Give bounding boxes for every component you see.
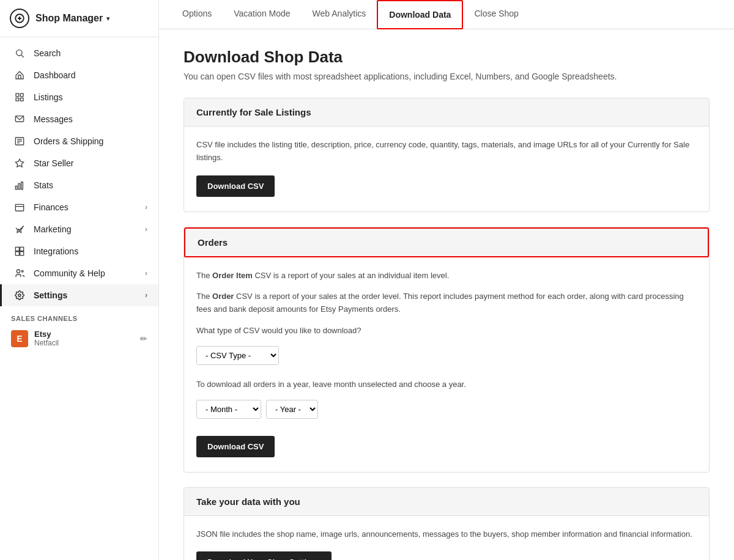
tab-vacation[interactable]: Vacation Mode — [223, 0, 301, 29]
sidebar-item-stats-label: Stats — [34, 180, 147, 190]
page-title: Download Shop Data — [184, 48, 710, 67]
order-item-bold: Order Item — [212, 271, 253, 280]
listings-icon — [13, 92, 26, 102]
svg-point-24 — [18, 294, 21, 297]
tab-bar: Options Vacation Mode Web Analytics Down… — [159, 0, 734, 29]
sidebar-item-search[interactable]: Search — [0, 42, 158, 64]
listings-section-body: CSV file includes the listing title, des… — [184, 127, 709, 212]
sidebar-item-dashboard[interactable]: Dashboard — [0, 64, 158, 86]
svg-rect-3 — [16, 94, 19, 97]
csv-type-select[interactable]: - CSV Type - Order Item CSV Order CSV — [196, 346, 279, 365]
sidebar-item-messages-label: Messages — [34, 114, 147, 124]
svg-point-1 — [17, 50, 22, 56]
sidebar-item-marketing-label: Marketing — [34, 224, 145, 234]
edit-icon[interactable]: ✏ — [140, 334, 147, 344]
orders-line1: The Order Item CSV is a report of your s… — [196, 270, 697, 282]
sidebar-item-orders-label: Orders & Shipping — [34, 136, 147, 146]
svg-rect-20 — [15, 252, 19, 256]
shop-manager-title: Shop Manager — [35, 13, 103, 24]
svg-rect-13 — [15, 186, 17, 189]
tab-close[interactable]: Close Shop — [463, 0, 529, 29]
sidebar-item-integrations[interactable]: Integrations — [0, 240, 158, 262]
orders-icon — [13, 136, 26, 146]
orders-question: What type of CSV would you like to downl… — [196, 325, 697, 337]
finances-arrow-icon: › — [145, 203, 147, 212]
sales-channel-info: Etsy Netfacil — [34, 330, 140, 347]
svg-rect-5 — [16, 98, 19, 101]
search-icon — [13, 48, 26, 58]
settings-icon — [13, 290, 26, 300]
content-area: Download Shop Data You can open CSV file… — [159, 29, 734, 560]
sales-channel-etsy[interactable]: E Etsy Netfacil ✏ — [0, 325, 158, 352]
orders-section-body: The Order Item CSV is a report of your s… — [184, 257, 709, 472]
shop-manager-header[interactable]: Shop Manager ▾ — [0, 0, 158, 37]
sidebar-item-settings-label: Settings — [34, 290, 145, 300]
sidebar-item-settings[interactable]: Settings › — [0, 284, 158, 306]
svg-rect-14 — [18, 183, 20, 189]
orders-section: Orders The Order Item CSV is a report of… — [184, 227, 710, 473]
listings-description: CSV file includes the listing title, des… — [196, 139, 697, 164]
orders-section-header: Orders — [184, 227, 709, 257]
sidebar-nav: Search Dashboard Listings Messages — [0, 37, 158, 560]
community-arrow-icon: › — [145, 269, 147, 278]
sidebar-item-listings[interactable]: Listings — [0, 86, 158, 108]
listings-download-csv-button[interactable]: Download CSV — [196, 175, 275, 197]
csv-type-wrapper: - CSV Type - Order Item CSV Order CSV — [196, 346, 697, 372]
sidebar-item-integrations-label: Integrations — [34, 246, 147, 256]
sales-channel-name: Etsy — [34, 330, 140, 339]
sidebar-item-starseller-label: Star Seller — [34, 158, 147, 168]
listings-section-header: Currently for Sale Listings — [184, 98, 709, 127]
etsy-icon: E — [11, 330, 28, 347]
month-select[interactable]: - Month - January February March April M… — [196, 400, 261, 419]
messages-icon — [13, 114, 26, 124]
csv-date-wrapper: - Month - January February March April M… — [196, 400, 697, 426]
main-content: Options Vacation Mode Web Analytics Down… — [159, 0, 734, 560]
take-data-description: JSON file includes the shop name, image … — [196, 528, 697, 541]
sidebar-item-orders[interactable]: Orders & Shipping — [0, 130, 158, 152]
svg-rect-18 — [15, 247, 19, 251]
sidebar-item-search-label: Search — [34, 48, 147, 58]
order-bold: Order — [212, 292, 234, 301]
svg-line-2 — [21, 55, 24, 57]
orders-date-note: To download all orders in a year, leave … — [196, 378, 697, 391]
year-select[interactable]: - Year - 2024 2023 2022 2021 2020 — [266, 400, 318, 419]
sidebar-item-messages[interactable]: Messages — [0, 108, 158, 130]
sidebar-item-starseller[interactable]: Star Seller — [0, 152, 158, 174]
svg-rect-6 — [20, 98, 23, 101]
orders-line2: The Order CSV is a report of your sales … — [196, 290, 697, 316]
star-icon — [13, 158, 26, 168]
download-shop-settings-button[interactable]: Download Your Shop Settings — [196, 551, 332, 560]
orders-download-csv-button[interactable]: Download CSV — [196, 436, 275, 457]
sidebar-item-finances[interactable]: Finances › — [0, 196, 158, 218]
svg-rect-19 — [20, 247, 24, 251]
marketing-icon — [13, 224, 26, 234]
svg-rect-15 — [21, 182, 23, 190]
svg-rect-21 — [20, 252, 24, 256]
sales-channels-label: SALES CHANNELS — [0, 306, 158, 325]
sidebar-item-listings-label: Listings — [34, 92, 147, 102]
community-icon — [13, 268, 26, 278]
stats-icon — [13, 180, 26, 190]
svg-point-22 — [17, 270, 20, 273]
tab-options[interactable]: Options — [171, 0, 223, 29]
sidebar-item-stats[interactable]: Stats — [0, 174, 158, 196]
tab-download[interactable]: Download Data — [377, 0, 463, 29]
home-icon — [13, 70, 26, 80]
marketing-arrow-icon: › — [145, 225, 147, 234]
sidebar-item-marketing[interactable]: Marketing › — [0, 218, 158, 240]
sidebar: Shop Manager ▾ Search Dashboard Listings — [0, 0, 159, 560]
sidebar-item-dashboard-label: Dashboard — [34, 70, 147, 80]
settings-arrow-icon: › — [145, 291, 147, 300]
sales-channel-sub: Netfacil — [34, 339, 140, 347]
shop-icon — [10, 9, 29, 28]
page-subtitle: You can open CSV files with most spreads… — [184, 70, 710, 83]
svg-rect-4 — [20, 94, 23, 97]
take-data-section-header: Take your data with you — [184, 488, 709, 516]
svg-point-23 — [21, 270, 23, 272]
sidebar-item-finances-label: Finances — [34, 202, 145, 212]
sidebar-item-community[interactable]: Community & Help › — [0, 262, 158, 284]
tab-analytics[interactable]: Web Analytics — [302, 0, 377, 29]
take-data-section: Take your data with you JSON file includ… — [184, 487, 710, 560]
integrations-icon — [13, 246, 26, 256]
listings-section: Currently for Sale Listings CSV file inc… — [184, 98, 710, 212]
